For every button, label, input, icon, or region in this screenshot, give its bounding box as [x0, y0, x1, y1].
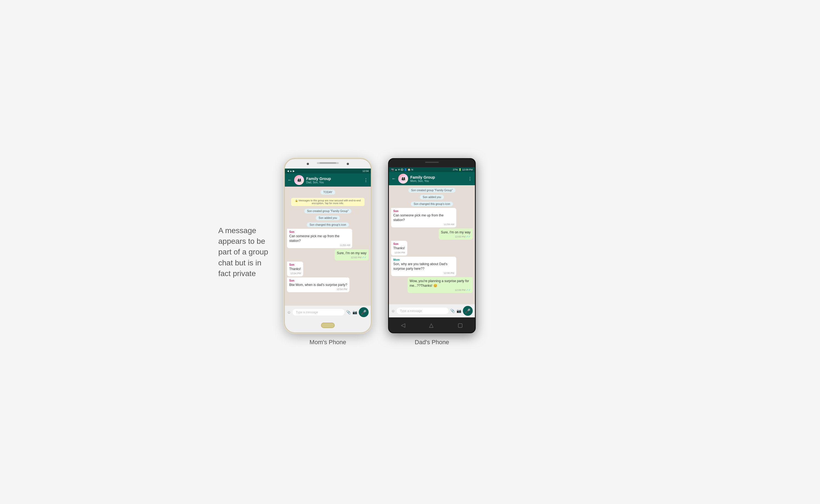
- bubble-text: Sure, I'm on my way: [441, 230, 470, 235]
- msg-2: Sure, I'm on my way 12:02 PM ✓✓: [439, 228, 473, 240]
- bubble-time: 12:09 PM ✓✓: [410, 288, 470, 291]
- bubble-text: Thanks!: [393, 246, 405, 251]
- group-avatar[interactable]: 👨‍👩‍👧: [398, 174, 408, 184]
- check-marks: ✓✓: [466, 288, 470, 291]
- system-msg-2: Son added you: [316, 216, 340, 220]
- android-nav-bar: ◁ △ ▢: [389, 317, 475, 332]
- dads-phone: 📷 ▲ ✉ ⏻ 👤 🏠 N 27% 🔋 12:09 PM ← 👨‍👩‍👧 Fam…: [388, 158, 476, 333]
- encryption-msg: 🔒 Messages to this group are now secured…: [291, 198, 365, 206]
- check-marks: ✓✓: [466, 235, 470, 238]
- bubble-text: Can someone pick me up from the station?: [289, 234, 350, 243]
- left-label: A message appears to be part of a group …: [218, 225, 273, 279]
- dads-screen: 📷 ▲ ✉ ⏻ 👤 🏠 N 27% 🔋 12:09 PM ← 👨‍👩‍👧 Fam…: [389, 167, 475, 317]
- bubble-text: Sure, I'm on my way: [337, 251, 366, 256]
- moms-chat-area[interactable]: TODAY 🔒 Messages to this group are now s…: [285, 187, 371, 306]
- bubble-time: 12:06 PM: [393, 272, 454, 274]
- bubble-time: 12:04 PM: [393, 251, 405, 254]
- back-nav-icon[interactable]: ◁: [401, 322, 405, 328]
- avatar-img: 👨‍👩‍👧: [294, 175, 304, 185]
- status-right: 27% 🔋 12:09 PM: [453, 168, 473, 171]
- bubble-time: 11:59 AM: [289, 244, 350, 247]
- moms-input-bar[interactable]: ☺ Type a message 📎 📷 🎤: [285, 306, 371, 319]
- home-nav-icon[interactable]: △: [429, 322, 433, 328]
- date-badge: TODAY: [321, 190, 335, 195]
- msg-1: Son Can someone pick me up from the stat…: [391, 208, 456, 227]
- status-right: 12:04: [362, 170, 369, 172]
- system-msg-3: Son changed this group's icon: [411, 202, 453, 206]
- avatar-img: 👨‍👩‍👧: [398, 174, 408, 184]
- camera-right: [347, 163, 349, 165]
- msg-4: Son Btw Mom, when is dad's surprise part…: [287, 277, 350, 292]
- back-arrow-icon[interactable]: ←: [392, 176, 396, 181]
- header-menu-icon[interactable]: ⋮: [468, 176, 472, 181]
- msg-3: Son Thanks! 12:04 PM: [287, 262, 303, 276]
- emoji-icon[interactable]: ☺: [391, 309, 395, 313]
- group-members: Mom, Son, You: [410, 179, 466, 183]
- bubble-text: Thanks!: [289, 267, 301, 271]
- bubble-time: 12:02 PM ✓✓: [441, 235, 470, 238]
- sender-label: Son: [393, 210, 454, 213]
- mic-button[interactable]: 🎤: [463, 306, 473, 316]
- emoji-icon[interactable]: ☺: [287, 310, 291, 314]
- sender-label: Son: [289, 263, 301, 266]
- moms-screen: ◀ ▲ ▶ 12:04 ← 👨‍👩‍👧 Family Group Dad, So…: [285, 169, 371, 319]
- status-icons: 📷 ▲ ✉ ⏻ 👤 🏠 N: [391, 168, 413, 171]
- bubble-time: 11:59 AM: [393, 223, 454, 226]
- msg-1: Son Can someone pick me up from the stat…: [287, 229, 352, 248]
- msg-2: Sure, I'm on my way 12:02 PM ✓✓: [335, 249, 369, 261]
- message-input[interactable]: Type a message: [293, 309, 345, 315]
- bubble-time: 12:02 PM ✓✓: [337, 256, 366, 259]
- message-input[interactable]: Type a message: [397, 308, 449, 314]
- moms-phone: ◀ ▲ ▶ 12:04 ← 👨‍👩‍👧 Family Group Dad, So…: [284, 158, 372, 333]
- scene: A message appears to be part of a group …: [218, 158, 602, 346]
- moms-header[interactable]: ← 👨‍👩‍👧 Family Group Dad, Son, You ⋮: [285, 173, 371, 187]
- back-arrow-icon[interactable]: ←: [288, 178, 292, 183]
- sender-label: Son: [289, 279, 347, 282]
- dads-header[interactable]: ← 👨‍👩‍👧 Family Group Mom, Son, You ⋮: [389, 172, 475, 185]
- recent-nav-icon[interactable]: ▢: [458, 322, 463, 328]
- sender-label: Mom: [393, 258, 454, 261]
- attachment-icon[interactable]: 📎: [450, 309, 455, 313]
- moms-status-bar: ◀ ▲ ▶ 12:04: [285, 169, 371, 173]
- speaker: [425, 162, 439, 163]
- msg-4: Mom Son, why are you talking about Dad's…: [391, 257, 456, 276]
- input-placeholder: Type a message: [400, 309, 422, 312]
- mic-button[interactable]: 🎤: [359, 307, 369, 317]
- phones-container: ◀ ▲ ▶ 12:04 ← 👨‍👩‍👧 Family Group Dad, So…: [284, 158, 476, 346]
- moms-phone-label: Mom's Phone: [310, 339, 346, 346]
- dads-phone-label: Dad's Phone: [415, 339, 449, 346]
- group-info: Family Group Dad, Son, You: [306, 176, 362, 184]
- group-members: Dad, Son, You: [306, 181, 362, 184]
- group-name: Family Group: [410, 175, 466, 179]
- bubble-text: Wow, you're planning a surprise party fo…: [410, 279, 470, 288]
- system-msg-2: Son added you: [420, 195, 444, 199]
- sender-label: Son: [289, 230, 350, 233]
- bubble-text: Btw Mom, when is dad's surprise party?: [289, 283, 347, 287]
- system-msg-1: Son created group "Family Group": [304, 209, 351, 213]
- dads-chat-area[interactable]: Son created group "Family Group" Son add…: [389, 185, 475, 304]
- status-left: ◀ ▲ ▶: [287, 170, 295, 172]
- msg-3: Son Thanks! 12:04 PM: [391, 241, 407, 256]
- encryption-text: 🔒 Messages to this group are now secured…: [294, 199, 362, 205]
- bubble-time: 12:04 PM: [289, 272, 301, 275]
- camera-icon[interactable]: 📷: [457, 309, 461, 313]
- bubble-text: Can someone pick me up from the station?: [393, 213, 454, 222]
- moms-phone-wrapper: ◀ ▲ ▶ 12:04 ← 👨‍👩‍👧 Family Group Dad, So…: [284, 158, 372, 346]
- dads-phone-wrapper: 📷 ▲ ✉ ⏻ 👤 🏠 N 27% 🔋 12:09 PM ← 👨‍👩‍👧 Fam…: [388, 158, 476, 346]
- group-name: Family Group: [306, 176, 362, 181]
- bubble-time: 12:04 PM: [289, 288, 347, 291]
- sender-label: Son: [393, 242, 405, 245]
- home-button[interactable]: [321, 323, 335, 328]
- msg-5: Wow, you're planning a surprise party fo…: [408, 277, 473, 293]
- input-placeholder: Type a message: [296, 311, 318, 314]
- dads-status-bar: 📷 ▲ ✉ ⏻ 👤 🏠 N 27% 🔋 12:09 PM: [389, 167, 475, 172]
- system-msg-3: Son changed this group's icon: [307, 222, 349, 227]
- camera-icon[interactable]: 📷: [353, 310, 357, 314]
- group-avatar[interactable]: 👨‍👩‍👧: [294, 175, 304, 185]
- attachment-icon[interactable]: 📎: [346, 310, 351, 314]
- dads-input-bar[interactable]: ☺ Type a message 📎 📷 🎤: [389, 304, 475, 317]
- camera-left: [307, 163, 309, 165]
- bubble-text: Son, why are you talking about Dad's sur…: [393, 262, 454, 271]
- header-menu-icon[interactable]: ⋮: [364, 178, 368, 183]
- system-msg-1: Son created group "Family Group": [408, 188, 455, 193]
